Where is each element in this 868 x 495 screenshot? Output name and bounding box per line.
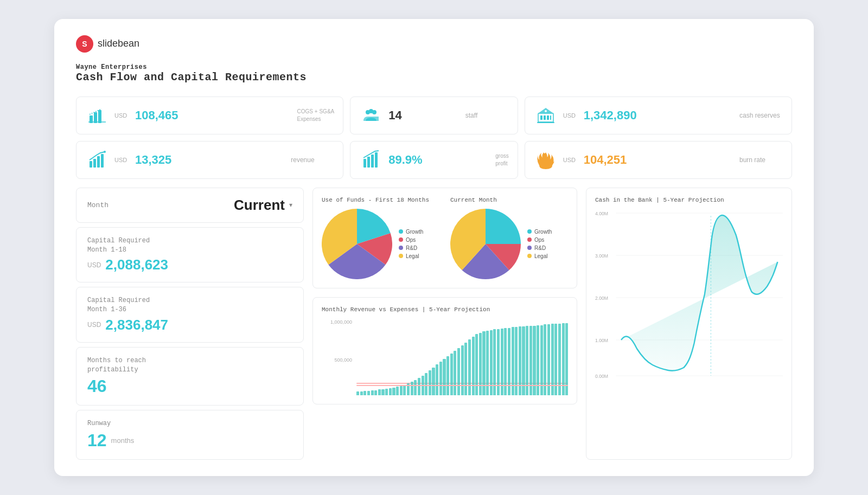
capital-18-currency: USD xyxy=(87,261,101,269)
month-current: Current xyxy=(234,197,285,214)
capital-18-value: 2,088,623 xyxy=(105,256,168,273)
right-panel: Cash in the Bank | 5-Year Projection 4.0… xyxy=(586,188,792,460)
bar-col xyxy=(554,324,557,395)
chart-percent-icon xyxy=(359,148,383,172)
bar-col xyxy=(363,391,366,395)
svg-point-19 xyxy=(104,151,106,153)
svg-rect-14 xyxy=(537,122,554,123)
dropdown-arrow-icon: ▾ xyxy=(289,201,292,209)
reserves-label: cash reserves xyxy=(739,112,783,119)
bar-col xyxy=(472,337,475,395)
bar-col xyxy=(367,391,370,395)
bar-col xyxy=(392,388,395,395)
pie-chart-2: Current Month Gr xyxy=(450,197,568,279)
svg-rect-10 xyxy=(547,115,549,120)
bar-col xyxy=(400,386,403,395)
svg-text:0.00M: 0.00M xyxy=(595,374,608,379)
burn-rate-currency: USD xyxy=(563,157,578,163)
chart-up-icon xyxy=(85,148,109,172)
expenses-currency: USD xyxy=(114,112,130,119)
line-chart-section: Cash in the Bank | 5-Year Projection 4.0… xyxy=(586,188,792,460)
bar-col xyxy=(371,390,374,395)
bar-col xyxy=(429,370,431,395)
page-info: Wayne Enterprises Cash Flow and Capital … xyxy=(76,63,792,83)
bar-col xyxy=(443,359,445,395)
main-grid: Month Current ▾ Capital Required Month 1… xyxy=(76,188,792,460)
header: S slidebean xyxy=(76,35,792,53)
svg-rect-1 xyxy=(94,112,97,123)
charts-panel: Use of Funds - First 18 Months xyxy=(312,188,577,460)
bar-col xyxy=(551,324,554,395)
logo-text: slidebean xyxy=(98,38,139,49)
svg-rect-11 xyxy=(550,115,551,120)
bar-col xyxy=(378,389,381,395)
pie1-legend: Growth Ops R&D Legal xyxy=(399,229,423,259)
svg-rect-23 xyxy=(375,152,378,168)
runway-label: Runway xyxy=(87,419,292,428)
revenue-currency: USD xyxy=(114,157,130,163)
bar-col xyxy=(464,343,467,395)
svg-point-6 xyxy=(369,109,373,113)
capital-18-card: Capital Required Month 1-18 USD 2,088,62… xyxy=(76,227,304,283)
expense-line xyxy=(356,385,568,386)
reserves-value: 1,342,890 xyxy=(584,108,734,123)
bar-col xyxy=(418,378,420,395)
stat-expenses: USD 108,465 COGS + SG&A Expenses xyxy=(76,97,343,134)
bar-col xyxy=(457,348,460,395)
bar-col xyxy=(374,390,377,395)
pie-chart-1: Use of Funds - First 18 Months xyxy=(322,197,439,279)
svg-text:4.00M: 4.00M xyxy=(595,211,608,216)
bar-col xyxy=(436,364,438,395)
profitability-label: Months to reach profitability xyxy=(87,356,292,375)
company-name: Wayne Enterprises xyxy=(76,63,792,71)
svg-rect-15 xyxy=(90,161,92,168)
bar-col xyxy=(381,389,384,395)
capital-18-label: Capital Required Month 1-18 xyxy=(87,236,292,255)
month-label: Month xyxy=(87,201,108,209)
revenue-label: revenue xyxy=(291,156,334,164)
bar-col xyxy=(461,345,464,395)
month-selector[interactable]: Month Current ▾ xyxy=(76,188,304,223)
stat-cash-reserves: USD 1,342,890 cash reserves xyxy=(525,97,792,134)
bar-col xyxy=(562,323,565,395)
staff-label: staff xyxy=(465,112,509,119)
bar-col xyxy=(411,382,413,395)
bar-col xyxy=(356,391,359,395)
bar-chart-title: Monthly Revenue vs Expenses | 5-Year Pro… xyxy=(322,306,568,313)
stat-gross-profit: 89.9% grossprofit xyxy=(350,141,518,179)
bar-col xyxy=(425,373,427,395)
pie2-title: Current Month xyxy=(450,197,568,203)
profitability-value: 46 xyxy=(87,376,107,396)
runway-value: 12 xyxy=(87,430,107,451)
chart-bar-icon xyxy=(85,104,109,127)
svg-text:1.00M: 1.00M xyxy=(595,338,608,343)
svg-rect-20 xyxy=(363,159,366,168)
bar-col xyxy=(454,351,456,395)
svg-point-13 xyxy=(545,110,547,112)
svg-text:2.00M: 2.00M xyxy=(595,295,608,301)
pie1-title: Use of Funds - First 18 Months xyxy=(322,197,439,203)
svg-rect-21 xyxy=(367,157,370,168)
people-icon xyxy=(359,104,383,127)
left-panel: Month Current ▾ Capital Required Month 1… xyxy=(76,188,304,460)
bar-chart-section: Monthly Revenue vs Expenses | 5-Year Pro… xyxy=(312,297,577,404)
svg-rect-22 xyxy=(371,155,374,168)
svg-text:3.00M: 3.00M xyxy=(595,253,608,259)
svg-rect-9 xyxy=(544,115,546,120)
bar-col xyxy=(432,368,435,395)
bar-col xyxy=(450,353,453,395)
app-container: S slidebean Wayne Enterprises Cash Flow … xyxy=(54,19,814,477)
capital-36-currency: USD xyxy=(87,321,101,329)
pie-charts-row: Use of Funds - First 18 Months xyxy=(312,188,577,288)
page-title: Cash Flow and Capital Requirements xyxy=(76,71,792,83)
bar-col xyxy=(396,387,399,395)
runway-suffix: months xyxy=(111,436,135,445)
capital-36-label: Capital Required Month 1-36 xyxy=(87,296,292,314)
bar-col xyxy=(565,323,568,395)
bar-col xyxy=(389,388,392,395)
stat-burn-rate: $ USD 104,251 burn rate xyxy=(525,141,792,179)
bar-col xyxy=(403,385,406,395)
burn-rate-value: 104,251 xyxy=(584,153,734,167)
svg-rect-18 xyxy=(101,154,104,168)
svg-rect-2 xyxy=(98,110,101,123)
